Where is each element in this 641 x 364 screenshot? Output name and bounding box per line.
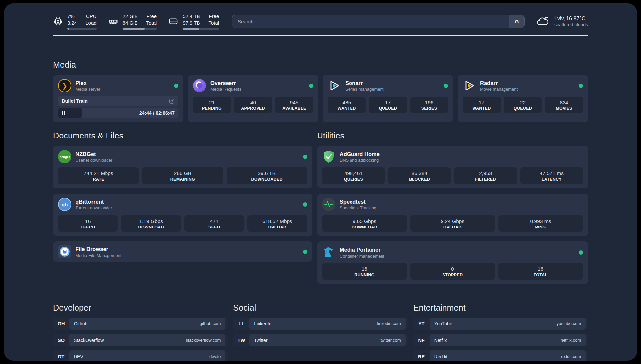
bookmark-name: StackOverflow <box>74 338 104 343</box>
stat-value: 618.52 Mbps <box>249 218 305 225</box>
service-card-speedtest[interactable]: Speedtest Speedtest Tracking 9.65 Gbps D… <box>317 194 588 236</box>
player-elapsed <box>58 108 82 118</box>
stat-value: 17 <box>371 99 405 106</box>
service-card-portainer[interactable]: Media Portainer Container management 16 … <box>317 241 588 284</box>
service-card-sonarr[interactable]: Sonarr Series management 485 WANTED 17 Q… <box>323 75 453 122</box>
portainer-icon <box>322 246 335 259</box>
stat-value: 39.6 TB <box>229 170 305 177</box>
stat-value: 1.19 Gbps <box>123 218 179 225</box>
stat-value: 16 <box>60 218 116 225</box>
cpu-label: CPU <box>86 13 97 20</box>
stat-value: 498,461 <box>324 170 383 177</box>
bookmark-name: DEV <box>74 354 83 359</box>
bookmark-stackoverflow[interactable]: SO StackOverflow stackoverflow.com <box>53 334 228 346</box>
bookmark-abbr: SO <box>53 334 69 346</box>
bookmark-twitter[interactable]: TW Twitter twitter.com <box>233 334 408 346</box>
service-card-nzbget[interactable]: nzbget NZBGet Usenet downloader 744.21 M… <box>53 146 312 188</box>
section-title-entertainment: Entertainment <box>413 303 588 313</box>
stat-tile: 39.6 TB DOWNLOADED <box>227 167 307 184</box>
stat-tile: 498,461 QUERIES <box>322 167 385 184</box>
stat-label: TOTAL <box>500 273 581 277</box>
stat-value: 40 <box>236 99 270 106</box>
stat-tile: 16 LEECH <box>58 215 118 232</box>
system-resources: 7% 3.24 CPU Load <box>53 13 219 30</box>
disk-free-value: 52.4 TB <box>183 13 200 20</box>
disk-total-label: Total <box>208 20 219 26</box>
memory-free-value: 22 GiB <box>123 13 138 20</box>
memory-free-label: Free <box>146 13 157 20</box>
service-subtitle: Speedtest Tracking <box>340 205 376 210</box>
service-subtitle: Container management <box>340 254 384 258</box>
stat-tile: 945 AVAILABLE <box>275 97 313 113</box>
stat-value: 471 <box>186 218 242 225</box>
stat-value: 2,953 <box>456 170 515 177</box>
service-card-filebrowser[interactable]: File Browser Media File Management <box>53 241 312 262</box>
status-dot <box>579 250 583 255</box>
radarr-icon <box>463 79 476 92</box>
stat-label: MOVIES <box>547 106 581 111</box>
now-playing-bar: Bullet Train <box>58 96 178 106</box>
memory-total-label: Total <box>146 20 157 26</box>
cpu-percent: 7% <box>67 13 77 20</box>
dashboard-panel: 7% 3.24 CPU Load <box>4 3 637 361</box>
player-time: 24:44 / 02:06:47 <box>139 110 178 116</box>
status-dot <box>444 84 448 88</box>
search-bar: G <box>232 15 525 28</box>
stat-label: REMAINING <box>144 177 221 182</box>
weather-condition: scattered clouds <box>554 22 588 27</box>
status-dot <box>174 84 178 88</box>
memory-progress-bar <box>123 28 157 30</box>
pause-icon <box>62 111 65 115</box>
service-name: File Browser <box>76 246 121 253</box>
bookmark-url: netflix.com <box>561 338 581 343</box>
disk-free-label: Free <box>209 13 219 20</box>
service-name: Media Portainer <box>340 246 384 253</box>
weather-widget[interactable]: Lviv, 16.87°C scattered clouds <box>536 15 588 27</box>
status-dot <box>303 155 307 159</box>
bookmark-dev[interactable]: DT DEV dev.to <box>53 350 228 361</box>
bookmark-github[interactable]: GH Github github.com <box>53 318 228 330</box>
stat-label: SERIES <box>412 106 446 111</box>
stat-label: WANTED <box>465 106 499 111</box>
adguard-icon <box>322 150 335 163</box>
stat-tile: 2,953 FILTERED <box>454 167 517 184</box>
stat-label: LATENCY <box>522 177 581 182</box>
bookmark-netflix[interactable]: NF Netflix netflix.com <box>413 334 588 346</box>
stat-label: RATE <box>60 177 137 182</box>
stat-label: QUEUED <box>506 106 540 111</box>
stat-tile: 40 APPROVED <box>234 97 272 113</box>
service-card-qbittorrent[interactable]: qb qBittorrent Torrent downloader 16 LEE… <box>53 194 312 236</box>
bookmark-name: Reddit <box>434 354 447 359</box>
stat-tile: 47.571 ms LATENCY <box>520 167 583 184</box>
service-card-plex[interactable]: ❯ Plex Media server Bullet Train <box>53 75 183 122</box>
service-name: Plex <box>76 80 100 87</box>
bookmark-linkedin[interactable]: LI LinkedIn linkedin.com <box>233 318 408 330</box>
stat-tile: 834 MOVIES <box>545 97 583 113</box>
service-card-radarr[interactable]: Radarr Movie management 17 WANTED 22 QUE… <box>458 75 588 122</box>
service-name: qBittorrent <box>76 198 112 205</box>
search-input[interactable] <box>232 15 509 28</box>
search-engine-button[interactable]: G <box>509 15 524 28</box>
stat-value: 9.65 Gbps <box>324 218 405 225</box>
cpu-load-value: 3.24 <box>67 20 77 26</box>
section-title-documents: Documents & Files <box>53 131 312 140</box>
service-name: NZBGet <box>76 151 112 158</box>
bookmark-abbr: TW <box>233 334 249 346</box>
camera-icon <box>169 98 175 104</box>
service-card-adguard[interactable]: AdGuard Home DNS and adblocking 498,461 … <box>317 146 588 188</box>
top-bar: 7% 3.24 CPU Load <box>53 13 588 30</box>
stat-value: 266 GB <box>144 170 221 177</box>
bookmark-youtube[interactable]: YT YouTube youtube.com <box>413 318 588 330</box>
bookmark-abbr: DT <box>53 350 69 361</box>
stat-label: FILTERED <box>456 177 515 182</box>
stat-label: APPROVED <box>236 106 270 111</box>
stat-tile: 1.19 Gbps DOWNLOAD <box>121 215 181 232</box>
bookmark-name: Netflix <box>434 338 447 343</box>
stat-value: 0.993 ms <box>500 218 581 225</box>
stat-tile: 22 QUEUED <box>504 97 542 113</box>
bookmark-reddit[interactable]: RE Reddit reddit.com <box>413 350 588 361</box>
stat-tile: 17 QUEUED <box>369 97 407 113</box>
service-card-overseerr[interactable]: Overseerr Media Requests 21 PENDING 40 A… <box>188 75 318 122</box>
header-divider <box>53 35 588 36</box>
memory-resource: 22 GiB 64 GiB Free Total <box>108 13 157 30</box>
